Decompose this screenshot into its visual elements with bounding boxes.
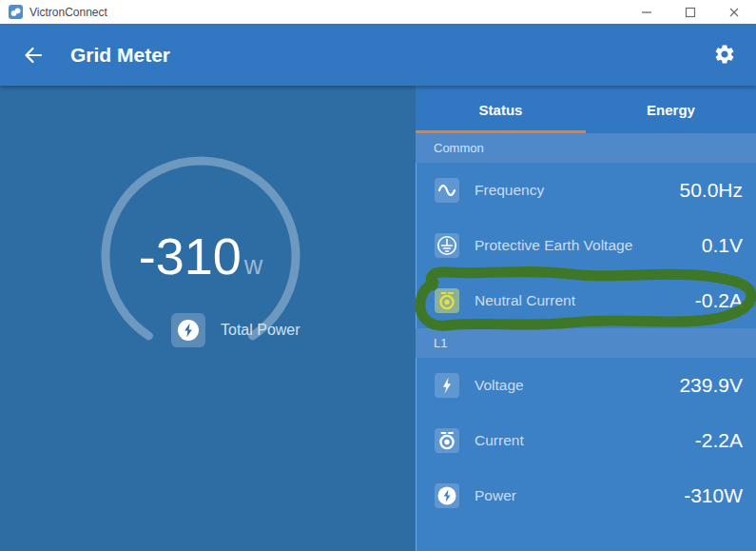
- app-logo-icon: [9, 5, 23, 19]
- os-titlebar: VictronConnect: [0, 0, 756, 24]
- row-current: Current -2.2A: [416, 413, 756, 468]
- section-title: Common: [434, 141, 484, 155]
- power-bolt-icon: [171, 313, 205, 347]
- tab-status[interactable]: Status: [416, 86, 586, 133]
- row-label: Neutral Current: [475, 292, 695, 309]
- total-power-label: Total Power: [221, 322, 300, 339]
- window-controls: [625, 0, 756, 24]
- power-bolt-icon: [435, 483, 459, 508]
- window-title: VictronConnect: [29, 6, 107, 19]
- maximize-button[interactable]: [669, 0, 712, 24]
- protective-earth-icon: [435, 233, 459, 258]
- back-button[interactable]: [17, 39, 49, 71]
- tab-energy-label: Energy: [647, 102, 695, 118]
- row-label: Power: [475, 487, 684, 504]
- tab-bar: Status Energy: [416, 86, 756, 133]
- settings-button[interactable]: [710, 40, 739, 69]
- row-value: 239.9V: [679, 374, 743, 397]
- row-value: -310W: [684, 484, 743, 507]
- gear-icon: [713, 43, 736, 66]
- section-title: L1: [434, 336, 447, 350]
- section-header-common: Common: [416, 133, 756, 163]
- gauge-unit: w: [244, 251, 263, 281]
- row-label: Frequency: [475, 182, 679, 199]
- row-label: Voltage: [475, 377, 679, 394]
- status-panel: Status Energy Common Frequency 50.0Hz: [416, 86, 756, 551]
- row-frequency: Frequency 50.0Hz: [416, 163, 756, 218]
- row-value: -0.2A: [695, 289, 743, 312]
- row-protective-earth-voltage: Protective Earth Voltage 0.1V: [416, 218, 756, 273]
- section-header-l1: L1: [416, 328, 756, 358]
- row-label: Current: [475, 432, 695, 449]
- row-voltage: Voltage 239.9V: [416, 358, 756, 413]
- row-value: 0.1V: [702, 234, 743, 257]
- gauge-panel: -310 w Total Power: [0, 86, 416, 551]
- row-label: Protective Earth Voltage: [475, 237, 702, 254]
- close-button[interactable]: [712, 0, 756, 24]
- row-value: 50.0Hz: [679, 179, 743, 202]
- tab-status-label: Status: [479, 102, 523, 118]
- sine-wave-icon: [435, 178, 459, 203]
- current-icon: [435, 428, 459, 453]
- row-value: -2.2A: [695, 429, 743, 452]
- current-icon: [435, 288, 459, 313]
- row-neutral-current: Neutral Current -0.2A: [416, 273, 756, 328]
- total-power-row: Total Power: [171, 313, 300, 347]
- tab-energy[interactable]: Energy: [586, 86, 756, 133]
- app-header: Grid Meter: [0, 24, 756, 86]
- victronconnect-window: VictronConnect Grid Meter: [0, 0, 756, 551]
- content-area: -310 w Total Power Status: [0, 86, 756, 551]
- voltage-bolt-icon: [435, 373, 459, 398]
- minimize-button[interactable]: [625, 0, 669, 24]
- row-power: Power -310W: [416, 468, 756, 523]
- page-title: Grid Meter: [70, 44, 170, 67]
